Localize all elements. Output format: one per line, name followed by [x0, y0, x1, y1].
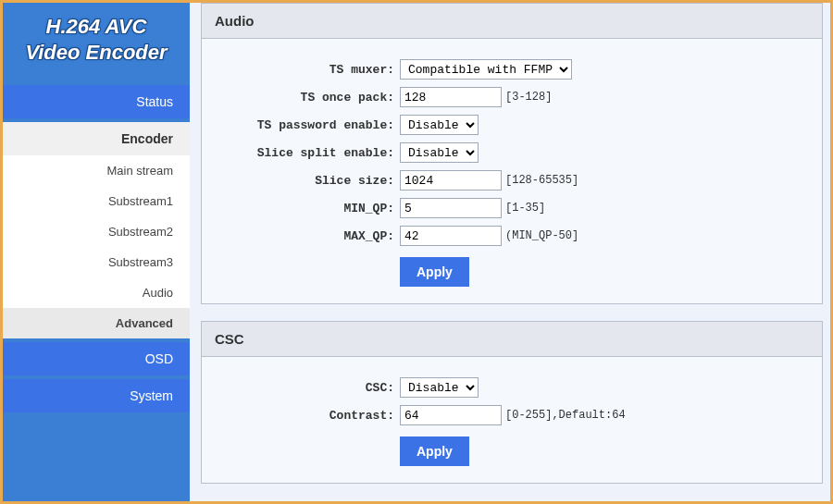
sidebar-section-encoder[interactable]: Encoder [3, 122, 190, 155]
sidebar-item-main-stream[interactable]: Main stream [3, 155, 190, 186]
csc-panel: CSC CSC: Disable Contrast: [0-255],Defau… [201, 321, 823, 484]
csc-label: CSC: [218, 381, 394, 395]
ts-once-pack-row: TS once pack: [3-128] [218, 87, 805, 107]
slice-size-hint: [128-65535] [505, 174, 578, 187]
logo-line1: H.264 AVC [10, 14, 182, 40]
csc-panel-body: CSC: Disable Contrast: [0-255],Default:6… [202, 357, 822, 483]
min-qp-input[interactable] [400, 198, 502, 218]
sidebar-item-substream2[interactable]: Substream2 [3, 216, 190, 247]
sidebar-item-substream3[interactable]: Substream3 [3, 247, 190, 277]
contrast-input[interactable] [400, 405, 502, 425]
logo-line2: Video Encoder [10, 40, 182, 66]
sidebar-item-system[interactable]: System [3, 379, 190, 412]
max-qp-label: MAX_QP: [218, 229, 394, 243]
slice-size-row: Slice size: [128-65535] [218, 170, 805, 191]
slice-split-row: Slice split enable: Disable [218, 142, 805, 163]
contrast-row: Contrast: [0-255],Default:64 [218, 405, 805, 425]
sidebar-item-osd[interactable]: OSD [3, 342, 190, 375]
slice-size-label: Slice size: [218, 174, 394, 188]
contrast-label: Contrast: [218, 409, 394, 423]
audio-panel-title: Audio [202, 4, 822, 39]
csc-row: CSC: Disable [218, 377, 805, 398]
slice-split-select[interactable]: Disable [400, 142, 479, 163]
contrast-hint: [0-255],Default:64 [505, 409, 626, 422]
ts-once-pack-input[interactable] [400, 87, 502, 107]
max-qp-hint: (MIN_QP-50] [505, 229, 578, 242]
ts-pw-enable-row: TS password enable: Disable [218, 115, 805, 135]
sidebar-item-substream1[interactable]: Substream1 [3, 186, 190, 216]
audio-panel-body: TS muxer: Compatible with FFMPEG TS once… [202, 39, 822, 303]
min-qp-hint: [1-35] [505, 202, 545, 215]
max-qp-row: MAX_QP: (MIN_QP-50] [218, 226, 805, 246]
ts-pw-enable-label: TS password enable: [218, 118, 394, 132]
ts-once-pack-label: TS once pack: [218, 91, 394, 104]
min-qp-label: MIN_QP: [218, 202, 394, 215]
slice-split-label: Slice split enable: [218, 146, 394, 160]
sidebar-item-advanced[interactable]: Advanced [3, 308, 190, 338]
ts-muxer-row: TS muxer: Compatible with FFMPEG [218, 59, 805, 80]
ts-muxer-select[interactable]: Compatible with FFMPEG [400, 59, 572, 80]
slice-size-input[interactable] [400, 170, 502, 191]
max-qp-input[interactable] [400, 226, 502, 246]
csc-select[interactable]: Disable [400, 377, 479, 398]
sidebar-item-audio[interactable]: Audio [3, 277, 190, 308]
min-qp-row: MIN_QP: [1-35] [218, 198, 805, 218]
content-area: Audio TS muxer: Compatible with FFMPEG T… [190, 3, 830, 501]
csc-panel-title: CSC [202, 322, 822, 357]
audio-apply-button[interactable]: Apply [400, 257, 469, 287]
csc-apply-button[interactable]: Apply [400, 436, 469, 466]
audio-panel: Audio TS muxer: Compatible with FFMPEG T… [201, 3, 823, 304]
sidebar: H.264 AVC Video Encoder Status Encoder M… [3, 3, 190, 501]
ts-once-pack-hint: [3-128] [505, 91, 552, 104]
logo: H.264 AVC Video Encoder [3, 3, 190, 81]
sidebar-item-status[interactable]: Status [3, 85, 190, 118]
ts-pw-enable-select[interactable]: Disable [400, 115, 479, 135]
ts-muxer-label: TS muxer: [218, 63, 394, 77]
